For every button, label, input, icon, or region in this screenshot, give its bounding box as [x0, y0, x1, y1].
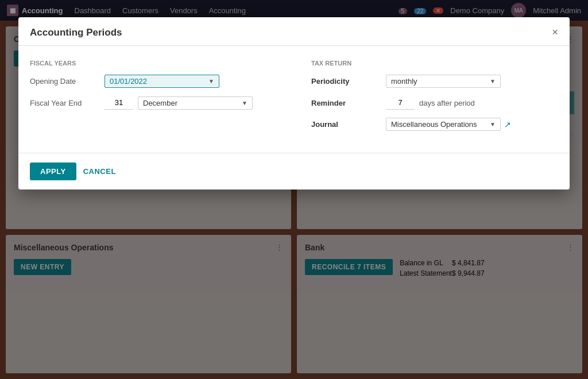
fiscal-year-end-label: Fiscal Year End: [30, 99, 105, 107]
modal-body: Fiscal Years Opening Date 01/01/2022 ▼ F…: [18, 46, 570, 153]
accounting-periods-modal: Accounting Periods × Fiscal Years Openin…: [18, 17, 570, 190]
journal-value: Miscellaneous Operations: [391, 120, 485, 129]
apply-button[interactable]: APPLY: [30, 163, 76, 180]
journal-row: Journal Miscellaneous Operations ▼ ↗: [311, 118, 558, 131]
opening-date-label: Opening Date: [30, 77, 105, 86]
opening-date-value: 01/01/2022: [110, 77, 204, 86]
tax-return-section: Tax Return Periodicity monthly ▼ Reminde…: [311, 60, 558, 139]
modal-title: Accounting Periods: [30, 27, 122, 38]
journal-label: Journal: [311, 120, 386, 129]
fiscal-year-end-day[interactable]: [105, 96, 133, 110]
cancel-button[interactable]: CANCEL: [83, 167, 116, 176]
fiscal-year-end-month-select[interactable]: December ▼: [138, 96, 253, 110]
journal-arrow: ▼: [490, 121, 496, 127]
reminder-inputs: days after period: [386, 96, 475, 110]
journal-inputs: Miscellaneous Operations ▼ ↗: [386, 118, 511, 131]
modal-close-button[interactable]: ×: [552, 26, 558, 38]
periodicity-value: monthly: [391, 77, 485, 86]
modal-footer: APPLY CANCEL: [18, 153, 570, 190]
journal-external-link-icon[interactable]: ↗: [504, 120, 511, 129]
opening-date-arrow: ▼: [208, 78, 214, 84]
opening-date-select[interactable]: 01/01/2022 ▼: [105, 75, 219, 88]
modal-overlay: Accounting Periods × Fiscal Years Openin…: [0, 0, 588, 379]
fiscal-years-title: Fiscal Years: [30, 60, 277, 67]
journal-select[interactable]: Miscellaneous Operations ▼: [386, 118, 501, 131]
fiscal-year-end-row: Fiscal Year End December ▼: [30, 96, 277, 110]
fiscal-year-end-inputs: December ▼: [105, 96, 253, 110]
reminder-value-input[interactable]: [386, 96, 415, 110]
modal-header: Accounting Periods ×: [18, 17, 570, 46]
periodicity-row: Periodicity monthly ▼: [311, 75, 558, 88]
periodicity-arrow: ▼: [490, 78, 496, 84]
reminder-row: Reminder days after period: [311, 96, 558, 110]
periodicity-select[interactable]: monthly ▼: [386, 75, 501, 88]
reminder-suffix: days after period: [419, 99, 475, 107]
fiscal-year-end-month: December: [143, 99, 237, 107]
fiscal-years-section: Fiscal Years Opening Date 01/01/2022 ▼ F…: [30, 60, 277, 139]
form-sections: Fiscal Years Opening Date 01/01/2022 ▼ F…: [30, 60, 558, 139]
periodicity-label: Periodicity: [311, 77, 386, 86]
month-dropdown-arrow: ▼: [242, 100, 247, 106]
reminder-label: Reminder: [311, 99, 386, 107]
opening-date-row: Opening Date 01/01/2022 ▼: [30, 75, 277, 88]
tax-return-title: Tax Return: [311, 60, 558, 67]
